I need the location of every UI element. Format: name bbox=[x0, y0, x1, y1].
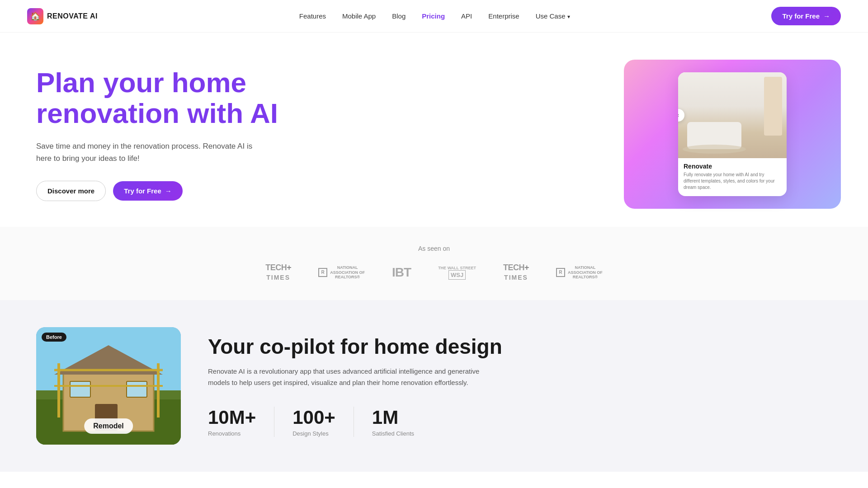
arrow-right-icon bbox=[823, 12, 830, 20]
nar-icon-2: R bbox=[556, 268, 565, 277]
brand-logo[interactable]: 🏠 RENOVATE AI bbox=[27, 8, 98, 24]
arrow-right-icon bbox=[165, 187, 172, 195]
stat-design-styles-number: 100+ bbox=[292, 407, 335, 428]
nar-icon-1: R bbox=[318, 268, 327, 277]
logo-wsj: THE WALL STREET WSJ bbox=[438, 266, 476, 280]
nav-item-api[interactable]: API bbox=[461, 12, 472, 20]
nav-item-pricing[interactable]: Pricing bbox=[422, 12, 445, 20]
stat-clients: 1M Satisfied Clients bbox=[372, 407, 432, 437]
hero-content: Plan your home renovation with AI Save t… bbox=[36, 67, 278, 201]
logo-tech-times-2: TECH+TIMES bbox=[503, 263, 529, 282]
logo-nar-1: R NATIONALASSOCIATION OFREALTORS® bbox=[318, 265, 365, 280]
stat-design-styles-label: Design Styles bbox=[292, 430, 335, 437]
hero-buttons: Discover more Try for Free bbox=[36, 181, 278, 201]
chevron-down-icon bbox=[567, 12, 570, 20]
hero-section: Plan your home renovation with AI Save t… bbox=[0, 33, 868, 227]
svg-rect-8 bbox=[127, 381, 147, 397]
nav-item-enterprise[interactable]: Enterprise bbox=[488, 12, 519, 20]
nar-text-2: NATIONALASSOCIATION OFREALTORS® bbox=[568, 265, 603, 280]
stat-clients-label: Satisfied Clients bbox=[372, 430, 414, 437]
nav-item-mobile-app[interactable]: Mobile App bbox=[342, 12, 376, 20]
brand-name: RENOVATE AI bbox=[47, 12, 98, 20]
copilot-image-container: Before bbox=[36, 327, 181, 445]
room-shelf bbox=[764, 77, 782, 136]
try-free-button[interactable]: Try for Free bbox=[113, 181, 183, 201]
logo-nar-2: R NATIONALASSOCIATION OFREALTORS® bbox=[556, 265, 603, 280]
interior-card-title: Renovate bbox=[684, 163, 781, 170]
as-seen-label: As seen on bbox=[27, 245, 841, 252]
copilot-description: Renovate AI is a revolutionary app that … bbox=[208, 366, 488, 389]
stats-row: 10M+ Renovations 100+ Design Styles 1M S… bbox=[208, 407, 832, 437]
as-seen-on-section: As seen on TECH+TIMES R NATIONALASSOCIAT… bbox=[0, 227, 868, 300]
copilot-content: Your co-pilot for home design Renovate A… bbox=[208, 335, 832, 436]
logo-tech-times-1: TECH+TIMES bbox=[265, 263, 291, 282]
nav-item-use-case[interactable]: Use Case bbox=[536, 12, 570, 20]
hero-card: ‹ Renovate Fully renovate your home with… bbox=[624, 60, 841, 209]
interior-info: Renovate Fully renovate your home with A… bbox=[678, 158, 787, 196]
nav-links: Features Mobile App Blog Pricing API Ent… bbox=[299, 12, 570, 20]
hero-subtitle: Save time and money in the renovation pr… bbox=[36, 140, 253, 164]
stat-clients-number: 1M bbox=[372, 407, 414, 428]
copilot-section: Before bbox=[0, 300, 868, 472]
room-rug bbox=[683, 145, 746, 154]
nar-text-1: NATIONALASSOCIATION OFREALTORS® bbox=[330, 265, 365, 280]
copilot-title: Your co-pilot for home design bbox=[208, 335, 832, 359]
logos-row: TECH+TIMES R NATIONALASSOCIATION OFREALT… bbox=[27, 263, 841, 282]
logo-icon: 🏠 bbox=[27, 8, 43, 24]
discover-more-button[interactable]: Discover more bbox=[36, 181, 106, 201]
nav-try-free-button[interactable]: Try for Free bbox=[771, 7, 841, 25]
stat-renovations-label: Renovations bbox=[208, 430, 256, 437]
interior-card-desc: Fully renovate your home with AI and try… bbox=[684, 172, 781, 191]
nav-item-features[interactable]: Features bbox=[299, 12, 326, 20]
hero-title: Plan your home renovation with AI bbox=[36, 67, 278, 129]
interior-image: ‹ bbox=[678, 72, 787, 158]
before-badge: Before bbox=[42, 333, 66, 342]
stat-renovations: 10M+ Renovations bbox=[208, 407, 274, 437]
remodel-badge: Remodel bbox=[84, 418, 133, 434]
stat-renovations-number: 10M+ bbox=[208, 407, 256, 428]
nav-item-blog[interactable]: Blog bbox=[392, 12, 406, 20]
hero-image-area: ‹ Renovate Fully renovate your home with… bbox=[278, 60, 841, 209]
logo-ibt: IBT bbox=[392, 265, 411, 280]
svg-rect-7 bbox=[70, 381, 90, 397]
interior-card: ‹ Renovate Fully renovate your home with… bbox=[678, 72, 787, 196]
navbar: 🏠 RENOVATE AI Features Mobile App Blog P… bbox=[0, 0, 868, 33]
stat-design-styles: 100+ Design Styles bbox=[292, 407, 354, 437]
